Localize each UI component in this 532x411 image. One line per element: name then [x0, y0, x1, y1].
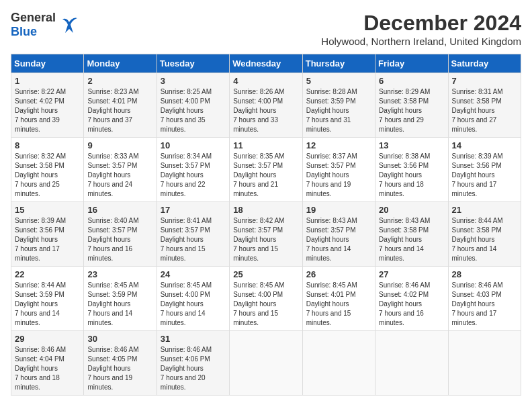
- day-info: Sunrise: 8:33 AM Sunset: 3:57 PM Dayligh…: [87, 152, 152, 199]
- day-number: 27: [379, 269, 444, 279]
- calendar-cell: 6 Sunrise: 8:29 AM Sunset: 3:58 PM Dayli…: [375, 73, 448, 138]
- day-info: Sunrise: 8:43 AM Sunset: 3:57 PM Dayligh…: [306, 216, 371, 263]
- day-number: 14: [452, 140, 517, 150]
- day-number: 31: [161, 334, 226, 344]
- header-row: SundayMondayTuesdayWednesdayThursdayFrid…: [11, 54, 521, 73]
- day-info: Sunrise: 8:25 AM Sunset: 4:00 PM Dayligh…: [161, 87, 226, 134]
- calendar-cell: 24 Sunrise: 8:45 AM Sunset: 4:00 PM Dayl…: [157, 267, 229, 331]
- day-info: Sunrise: 8:22 AM Sunset: 4:02 PM Dayligh…: [15, 87, 80, 134]
- day-number: 10: [161, 140, 226, 150]
- day-number: 12: [306, 140, 371, 150]
- logo-bird-icon: [58, 14, 80, 36]
- day-info: Sunrise: 8:26 AM Sunset: 4:00 PM Dayligh…: [233, 87, 298, 134]
- logo-general: General: [11, 11, 56, 24]
- calendar-cell: 20 Sunrise: 8:43 AM Sunset: 3:58 PM Dayl…: [375, 202, 448, 267]
- calendar-cell: 31 Sunrise: 8:46 AM Sunset: 4:06 PM Dayl…: [157, 331, 229, 396]
- day-info: Sunrise: 8:44 AM Sunset: 3:58 PM Dayligh…: [452, 216, 517, 263]
- day-number: 16: [87, 205, 152, 215]
- calendar-cell: 13 Sunrise: 8:38 AM Sunset: 3:56 PM Dayl…: [375, 138, 448, 202]
- day-info: Sunrise: 8:46 AM Sunset: 4:02 PM Dayligh…: [379, 281, 444, 328]
- day-number: 23: [87, 269, 152, 279]
- calendar-cell: 29 Sunrise: 8:46 AM Sunset: 4:04 PM Dayl…: [11, 331, 84, 396]
- day-number: 21: [452, 205, 517, 215]
- day-header-wednesday: Wednesday: [230, 54, 302, 73]
- day-info: Sunrise: 8:40 AM Sunset: 3:57 PM Dayligh…: [87, 216, 152, 263]
- day-info: Sunrise: 8:45 AM Sunset: 4:00 PM Dayligh…: [233, 281, 298, 328]
- calendar-week-4: 22 Sunrise: 8:44 AM Sunset: 3:59 PM Dayl…: [11, 267, 521, 331]
- location: Holywood, Northern Ireland, United Kingd…: [321, 36, 521, 47]
- month-year: December 2024: [321, 11, 521, 36]
- day-header-monday: Monday: [84, 54, 157, 73]
- day-number: 1: [15, 76, 80, 86]
- day-info: Sunrise: 8:32 AM Sunset: 3:58 PM Dayligh…: [15, 152, 80, 199]
- day-info: Sunrise: 8:45 AM Sunset: 3:59 PM Dayligh…: [87, 281, 152, 328]
- day-header-saturday: Saturday: [448, 54, 521, 73]
- day-number: 29: [15, 334, 80, 344]
- calendar-cell: 30 Sunrise: 8:46 AM Sunset: 4:05 PM Dayl…: [84, 331, 157, 396]
- day-info: Sunrise: 8:41 AM Sunset: 3:57 PM Dayligh…: [161, 216, 226, 263]
- title-area: December 2024 Holywood, Northern Ireland…: [321, 11, 521, 47]
- calendar-cell: 16 Sunrise: 8:40 AM Sunset: 3:57 PM Dayl…: [84, 202, 157, 267]
- logo-blue: Blue: [11, 25, 37, 38]
- day-number: 20: [379, 205, 444, 215]
- calendar-week-2: 8 Sunrise: 8:32 AM Sunset: 3:58 PM Dayli…: [11, 138, 521, 202]
- day-number: 4: [233, 76, 298, 86]
- day-number: 25: [233, 269, 298, 279]
- calendar-body: 1 Sunrise: 8:22 AM Sunset: 4:02 PM Dayli…: [11, 73, 521, 396]
- day-info: Sunrise: 8:43 AM Sunset: 3:58 PM Dayligh…: [379, 216, 444, 263]
- day-number: 26: [306, 269, 371, 279]
- day-number: 22: [15, 269, 80, 279]
- day-info: Sunrise: 8:39 AM Sunset: 3:56 PM Dayligh…: [15, 216, 80, 263]
- calendar-cell: 17 Sunrise: 8:41 AM Sunset: 3:57 PM Dayl…: [157, 202, 229, 267]
- day-info: Sunrise: 8:45 AM Sunset: 4:00 PM Dayligh…: [161, 281, 226, 328]
- day-number: 9: [87, 140, 152, 150]
- day-header-tuesday: Tuesday: [157, 54, 229, 73]
- calendar-cell: 28 Sunrise: 8:46 AM Sunset: 4:03 PM Dayl…: [448, 267, 521, 331]
- calendar-cell: 2 Sunrise: 8:23 AM Sunset: 4:01 PM Dayli…: [84, 73, 157, 138]
- calendar-cell: 1 Sunrise: 8:22 AM Sunset: 4:02 PM Dayli…: [11, 73, 84, 138]
- day-number: 19: [306, 205, 371, 215]
- day-number: 5: [306, 76, 371, 86]
- day-number: 17: [161, 205, 226, 215]
- day-header-friday: Friday: [375, 54, 448, 73]
- calendar-week-3: 15 Sunrise: 8:39 AM Sunset: 3:56 PM Dayl…: [11, 202, 521, 267]
- day-info: Sunrise: 8:29 AM Sunset: 3:58 PM Dayligh…: [379, 87, 444, 134]
- calendar-cell: 19 Sunrise: 8:43 AM Sunset: 3:57 PM Dayl…: [302, 202, 375, 267]
- day-header-sunday: Sunday: [11, 54, 84, 73]
- day-info: Sunrise: 8:37 AM Sunset: 3:57 PM Dayligh…: [306, 152, 371, 199]
- calendar-cell: 12 Sunrise: 8:37 AM Sunset: 3:57 PM Dayl…: [302, 138, 375, 202]
- day-info: Sunrise: 8:42 AM Sunset: 3:57 PM Dayligh…: [233, 216, 298, 263]
- day-number: 28: [452, 269, 517, 279]
- day-number: 6: [379, 76, 444, 86]
- logo: General Blue: [11, 11, 80, 39]
- calendar-cell: 9 Sunrise: 8:33 AM Sunset: 3:57 PM Dayli…: [84, 138, 157, 202]
- day-number: 18: [233, 205, 298, 215]
- calendar-week-1: 1 Sunrise: 8:22 AM Sunset: 4:02 PM Dayli…: [11, 73, 521, 138]
- calendar-cell: 10 Sunrise: 8:34 AM Sunset: 3:57 PM Dayl…: [157, 138, 229, 202]
- calendar-cell: 5 Sunrise: 8:28 AM Sunset: 3:59 PM Dayli…: [302, 73, 375, 138]
- calendar-cell: 8 Sunrise: 8:32 AM Sunset: 3:58 PM Dayli…: [11, 138, 84, 202]
- day-info: Sunrise: 8:46 AM Sunset: 4:06 PM Dayligh…: [161, 345, 226, 392]
- day-info: Sunrise: 8:38 AM Sunset: 3:56 PM Dayligh…: [379, 152, 444, 199]
- day-number: 2: [87, 76, 152, 86]
- day-info: Sunrise: 8:46 AM Sunset: 4:05 PM Dayligh…: [87, 345, 152, 392]
- calendar-cell: 22 Sunrise: 8:44 AM Sunset: 3:59 PM Dayl…: [11, 267, 84, 331]
- header: General Blue December 2024 Holywood, Nor…: [11, 11, 521, 47]
- day-info: Sunrise: 8:23 AM Sunset: 4:01 PM Dayligh…: [87, 87, 152, 134]
- day-number: 8: [15, 140, 80, 150]
- calendar-cell: [302, 331, 375, 396]
- day-info: Sunrise: 8:46 AM Sunset: 4:03 PM Dayligh…: [452, 281, 517, 328]
- day-info: Sunrise: 8:35 AM Sunset: 3:57 PM Dayligh…: [233, 152, 298, 199]
- day-number: 30: [87, 334, 152, 344]
- day-header-thursday: Thursday: [302, 54, 375, 73]
- calendar-header: SundayMondayTuesdayWednesdayThursdayFrid…: [11, 54, 521, 73]
- calendar-cell: 4 Sunrise: 8:26 AM Sunset: 4:00 PM Dayli…: [230, 73, 302, 138]
- calendar-table: SundayMondayTuesdayWednesdayThursdayFrid…: [11, 54, 521, 396]
- calendar-cell: 14 Sunrise: 8:39 AM Sunset: 3:56 PM Dayl…: [448, 138, 521, 202]
- calendar-cell: [230, 331, 302, 396]
- calendar-cell: [448, 331, 521, 396]
- calendar-cell: 15 Sunrise: 8:39 AM Sunset: 3:56 PM Dayl…: [11, 202, 84, 267]
- calendar-cell: 25 Sunrise: 8:45 AM Sunset: 4:00 PM Dayl…: [230, 267, 302, 331]
- calendar-week-5: 29 Sunrise: 8:46 AM Sunset: 4:04 PM Dayl…: [11, 331, 521, 396]
- calendar-cell: 11 Sunrise: 8:35 AM Sunset: 3:57 PM Dayl…: [230, 138, 302, 202]
